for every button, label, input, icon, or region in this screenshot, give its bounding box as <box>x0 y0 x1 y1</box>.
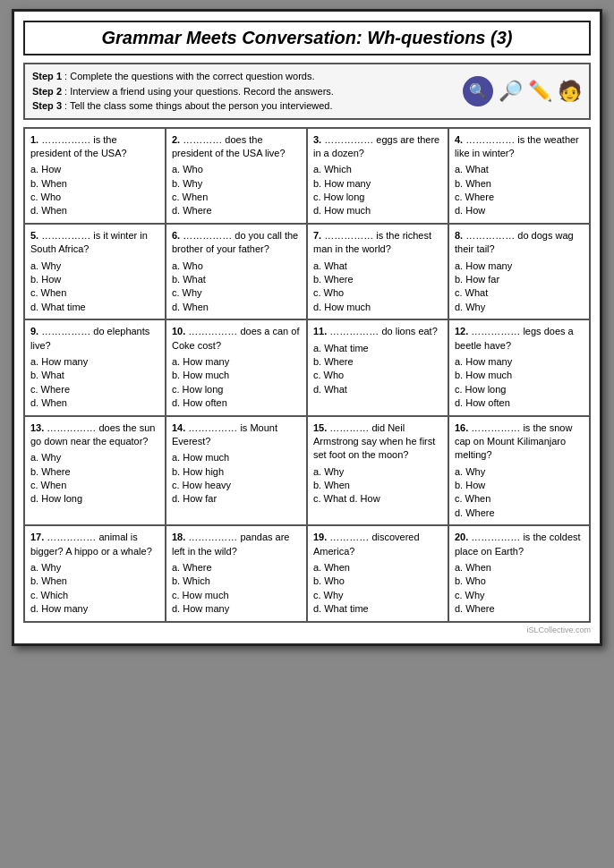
option: b. Where <box>313 355 442 369</box>
option: d. Where <box>172 204 301 217</box>
question-text-7: 7. …………… is the richest man in the world… <box>313 229 442 257</box>
option: c. What <box>455 286 584 300</box>
steps-text: Step 1 : Complete the questions with the… <box>32 69 456 114</box>
option: b. Where <box>313 273 442 286</box>
question-options-17: a. Whyb. Whenc. Whichd. How many <box>30 561 159 617</box>
question-options-13: a. Whyb. Wherec. Whend. How long <box>30 451 159 506</box>
question-options-5: a. Whyb. Howc. Whend. What time <box>30 260 159 315</box>
option: d. What time <box>313 602 442 616</box>
question-options-18: a. Whereb. Whichc. How muchd. How many <box>172 561 301 617</box>
option: c. How heavy <box>172 479 301 492</box>
question-options-3: a. Whichb. How manyc. How longd. How muc… <box>313 163 442 218</box>
question-text-1: 1. …………… is the president of the USA? <box>30 133 159 161</box>
question-cell-5: 5. …………… is it winter in South Africa?a.… <box>25 225 166 320</box>
question-text-10: 10. …………… does a can of Coke cost? <box>172 325 301 353</box>
question-text-20: 20. …………… is the coldest place on Earth? <box>455 531 584 558</box>
option: c. When <box>30 286 159 300</box>
option: a. What <box>313 260 442 273</box>
title-box: Grammar Meets Conversation: Wh-questions… <box>23 21 591 55</box>
question-cell-19: 19. ………… discovered America?a. Whenb. Wh… <box>308 526 449 622</box>
question-options-7: a. Whatb. Wherec. Whod. How much <box>313 260 442 315</box>
question-text-16: 16. …………… is the snow cap on Mount Kilim… <box>455 421 584 463</box>
option: a. How many <box>455 355 584 369</box>
question-text-8: 8. …………… do dogs wag their tail? <box>455 229 584 257</box>
option: a. Why <box>455 465 584 479</box>
option: a. How much <box>172 451 301 464</box>
option: c. What d. How <box>313 492 442 506</box>
step-2-text: : Interview a friend using your question… <box>64 86 334 97</box>
option: d. How <box>455 204 584 217</box>
question-text-9: 9. …………… do elephants live? <box>30 325 159 353</box>
question-text-5: 5. …………… is it winter in South Africa? <box>30 229 159 257</box>
option: d. How much <box>313 301 442 314</box>
question-options-16: a. Whyb. Howc. Whend. Where <box>455 465 584 521</box>
step-3-text: : Tell the class some things about the p… <box>64 100 332 111</box>
question-cell-14: 14. …………… is Mount Everest?a. How muchb.… <box>166 417 308 527</box>
question-text-6: 6. …………… do you call the brother of your… <box>172 229 301 257</box>
option: b. What <box>172 273 301 286</box>
question-text-14: 14. …………… is Mount Everest? <box>172 421 301 449</box>
option: a. How many <box>455 260 584 273</box>
question-cell-4: 4. …………… is the weather like in winter?a… <box>449 129 591 225</box>
option: d. When <box>30 204 159 217</box>
option: d. When <box>172 301 301 314</box>
option: c. Who <box>30 191 159 204</box>
question-options-1: a. Howb. Whenc. Whod. When <box>30 163 159 218</box>
page-title: Grammar Meets Conversation: Wh-questions… <box>34 28 580 48</box>
question-cell-10: 10. …………… does a can of Coke cost?a. How… <box>166 320 308 416</box>
question-options-9: a. How manyb. Whatc. Whered. When <box>30 355 159 411</box>
option: c. Which <box>30 589 159 602</box>
option: a. How many <box>30 355 159 369</box>
question-cell-20: 20. …………… is the coldest place on Earth?… <box>449 526 591 622</box>
page: Grammar Meets Conversation: Wh-questions… <box>12 9 602 646</box>
option: c. Why <box>313 589 442 602</box>
option: c. Why <box>172 286 301 300</box>
option: a. What time <box>313 342 442 355</box>
question-cell-3: 3. …………… eggs are there in a dozen?a. Wh… <box>308 129 449 225</box>
question-text-17: 17. …………… animal is bigger? A hippo or a… <box>30 531 159 558</box>
option: c. When <box>455 492 584 506</box>
search-icon: 🔍 <box>463 76 493 106</box>
question-text-15: 15. ………… did Neil Armstrong say when he … <box>313 421 442 463</box>
option: a. Where <box>172 561 301 574</box>
option: b. Why <box>172 177 301 191</box>
question-options-12: a. How manyb. How muchc. How longd. How … <box>455 355 584 411</box>
step-1-label: Step 1 <box>32 71 62 81</box>
question-cell-8: 8. …………… do dogs wag their tail?a. How m… <box>449 225 591 320</box>
option: b. Which <box>172 574 301 588</box>
option: b. How <box>30 273 159 286</box>
icons-row: 🔍 🔎 ✏️ 🧑 <box>463 76 582 106</box>
question-text-3: 3. …………… eggs are there in a dozen? <box>313 133 442 161</box>
option: d. How long <box>30 492 159 506</box>
option: a. How <box>30 163 159 176</box>
option: b. Who <box>455 574 584 588</box>
option: b. How high <box>172 465 301 479</box>
option: c. Where <box>455 191 584 204</box>
question-cell-7: 7. …………… is the richest man in the world… <box>308 225 449 320</box>
question-options-14: a. How muchb. How highc. How heavyd. How… <box>172 451 301 506</box>
question-text-18: 18. …………… pandas are left in the wild? <box>172 531 301 558</box>
question-options-2: a. Whob. Whyc. Whend. Where <box>172 163 301 218</box>
option: c. Who <box>313 369 442 382</box>
question-text-13: 13. …………… does the sun go down near the … <box>30 421 159 449</box>
option: d. How often <box>455 396 584 410</box>
step-1: Step 1 : Complete the questions with the… <box>32 69 456 84</box>
question-cell-16: 16. …………… is the snow cap on Mount Kilim… <box>449 417 591 527</box>
option: d. What <box>313 383 442 396</box>
option: c. How long <box>455 383 584 396</box>
step-3: Step 3 : Tell the class some things abou… <box>32 98 456 114</box>
option: d. How much <box>313 204 442 217</box>
option: d. How many <box>30 602 159 616</box>
question-cell-17: 17. …………… animal is bigger? A hippo or a… <box>25 526 166 622</box>
question-cell-12: 12. …………… legs does a beetle have?a. How… <box>449 320 591 416</box>
step-2-label: Step 2 <box>32 86 62 97</box>
option: d. Where <box>455 506 584 520</box>
option: d. How many <box>172 602 301 616</box>
option: b. What <box>30 369 159 382</box>
question-options-8: a. How manyb. How farc. Whatd. Why <box>455 260 584 315</box>
step-3-label: Step 3 <box>32 100 62 111</box>
option: b. Who <box>313 574 442 588</box>
option: b. How much <box>455 369 584 382</box>
option: a. Why <box>313 465 442 479</box>
question-cell-2: 2. ………… does the president of the USA li… <box>166 129 308 225</box>
